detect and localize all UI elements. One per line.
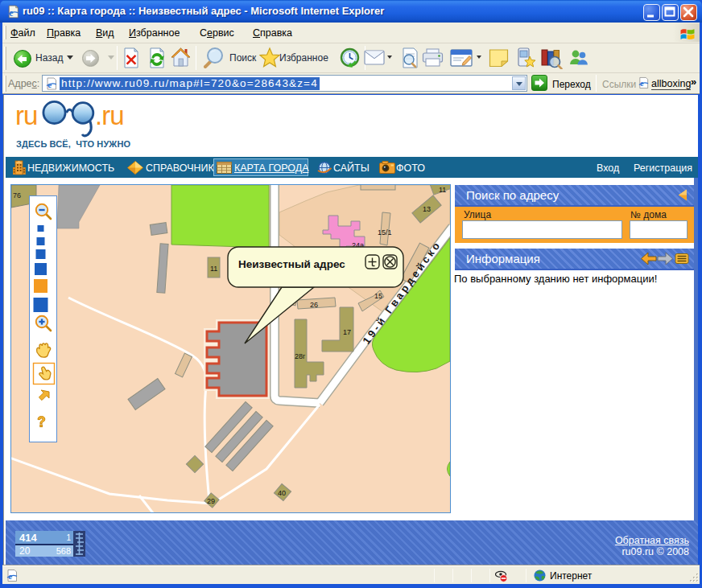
svg-text:13: 13	[423, 205, 431, 213]
svg-text:Неизвестный адрес: Неизвестный адрес	[238, 258, 345, 270]
svg-text:29: 29	[207, 497, 215, 505]
svg-text:76: 76	[13, 191, 21, 199]
svg-text:40: 40	[278, 489, 286, 497]
svg-text:11: 11	[210, 265, 217, 273]
svg-text:15: 15	[374, 292, 382, 300]
svg-text:28г: 28г	[295, 352, 306, 360]
svg-text:26: 26	[310, 301, 318, 309]
svg-text:11: 11	[439, 186, 446, 194]
svg-text:17: 17	[343, 328, 351, 336]
svg-text:15/1: 15/1	[378, 228, 392, 236]
